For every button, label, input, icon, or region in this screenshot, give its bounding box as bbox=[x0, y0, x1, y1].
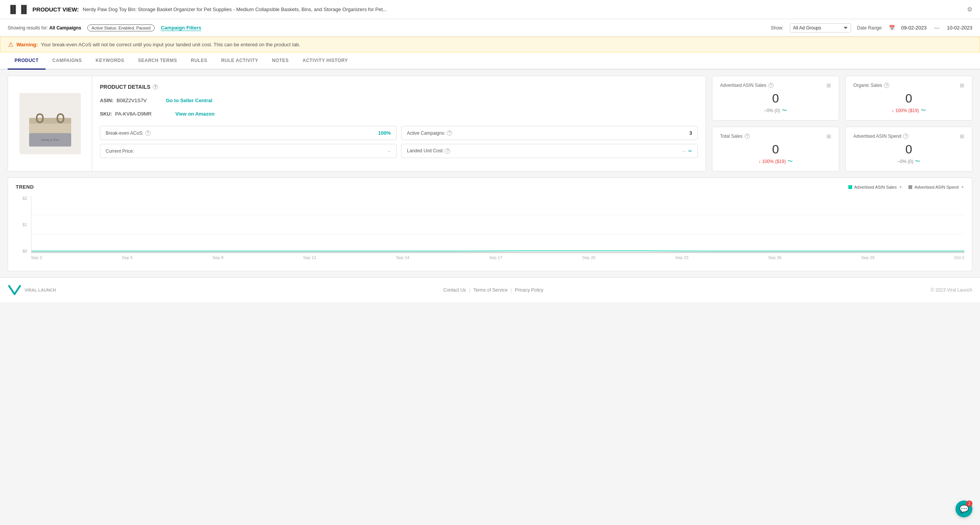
x-label-sep5: Sep 5 bbox=[122, 255, 133, 265]
advertised-spend-trend-icon: 〜 bbox=[915, 158, 920, 165]
footer-brand: VIRAL LAUNCH bbox=[24, 288, 56, 292]
tab-notes[interactable]: NOTES bbox=[265, 52, 296, 70]
organic-sales-trend-icon: 〜 bbox=[921, 107, 926, 114]
advertised-sales-expand-icon[interactable]: ⊞ bbox=[826, 82, 831, 88]
chart-x-labels: Sep 2 Sep 5 Sep 8 Sep 11 Sep 14 Sep 17 S… bbox=[31, 255, 964, 265]
advertised-spend-expand-icon[interactable]: ⊞ bbox=[960, 133, 964, 139]
warning-bar: ⚠ Warning: Your break-even ACoS will not… bbox=[0, 37, 980, 52]
tab-rules[interactable]: RULES bbox=[184, 52, 214, 70]
break-even-info-icon[interactable]: ? bbox=[145, 130, 150, 136]
landed-unit-cost-value: -- bbox=[683, 148, 686, 154]
stat-card-organic-sales: Organic Sales ? ⊞ 0 ↓ 100% ($19) 〜 bbox=[845, 76, 972, 121]
ad-groups-select[interactable]: All Ad Groups bbox=[790, 23, 851, 33]
terms-link[interactable]: Terms of Service bbox=[473, 287, 507, 293]
active-campaigns-value: 3 bbox=[689, 130, 692, 136]
svg-text:Nerdy & Paw: Nerdy & Paw bbox=[41, 138, 59, 142]
warning-label: Warning: bbox=[16, 42, 38, 47]
footer: VIRAL LAUNCH Contact Us | Terms of Servi… bbox=[0, 277, 980, 302]
tab-bar: PRODUCT CAMPAIGNS KEYWORDS SEARCH TERMS … bbox=[0, 52, 980, 70]
total-sales-expand-icon[interactable]: ⊞ bbox=[826, 133, 831, 139]
active-campaigns-field: Active Campaigns: ? 3 bbox=[401, 126, 698, 140]
legend-item-advertised-spend[interactable]: Advertised ASIN Spend ▼ bbox=[908, 185, 964, 189]
total-sales-change: ↓ 100% ($19) 〜 bbox=[720, 158, 831, 165]
product-details-content: PRODUCT DETAILS ? ASIN: B08Z2V1S7V Go to… bbox=[92, 76, 706, 171]
viral-launch-logo bbox=[8, 283, 21, 297]
footer-logo: VIRAL LAUNCH bbox=[8, 283, 56, 297]
svg-rect-1 bbox=[29, 118, 71, 124]
showing-label: Showing results for: All Campaigns bbox=[8, 25, 81, 31]
date-separator: — bbox=[934, 25, 939, 31]
stat-card-total-sales: Total Sales ? ⊞ 0 ↓ 100% ($19) 〜 bbox=[712, 127, 839, 171]
legend-dot-green bbox=[848, 185, 852, 189]
tab-product[interactable]: PRODUCT bbox=[8, 52, 46, 70]
privacy-link[interactable]: Privacy Policy bbox=[515, 287, 544, 293]
total-sales-value: 0 bbox=[720, 142, 831, 157]
asin-field: ASIN: B08Z2V1S7V bbox=[100, 98, 147, 103]
edit-landed-cost-icon[interactable]: ✏ bbox=[688, 148, 692, 154]
trend-header: TREND Advertised ASIN Sales ▼ Advertised… bbox=[16, 184, 964, 190]
landed-unit-cost-label: Landed Unit Cost: ? bbox=[407, 148, 450, 154]
advertised-spend-value: 0 bbox=[853, 142, 964, 157]
total-sales-info-icon[interactable]: ? bbox=[745, 134, 750, 139]
warning-message: Your break-even ACoS will not be correct… bbox=[41, 42, 301, 47]
y-label-1: $1 bbox=[16, 222, 27, 227]
warning-icon: ⚠ bbox=[8, 41, 13, 48]
footer-copyright: © 2023 Viral Launch bbox=[931, 287, 972, 293]
active-campaigns-label: Active Campaigns: ? bbox=[407, 130, 452, 136]
trend-legend: Advertised ASIN Sales ▼ Advertised ASIN … bbox=[848, 185, 964, 189]
header: ▐▌▐▌ PRODUCT VIEW: Nerdy Paw Dog Toy Bin… bbox=[0, 0, 980, 19]
header-title: PRODUCT VIEW: bbox=[33, 6, 79, 13]
active-campaigns-info-icon[interactable]: ? bbox=[447, 130, 452, 136]
tab-keywords[interactable]: KEYWORDS bbox=[89, 52, 131, 70]
legend-dot-gray bbox=[908, 185, 912, 189]
show-label: Show: bbox=[771, 25, 783, 31]
x-label-sep26: Sep 26 bbox=[768, 255, 782, 265]
price-fields: Current Price: -- Landed Unit Cost: ? --… bbox=[100, 144, 698, 158]
stat-card-advertised-asin-spend: Advertised ASIN Spend ? ⊞ 0 –0% (0) 〜 bbox=[845, 127, 972, 171]
date-end: 10-02-2023 bbox=[947, 25, 973, 31]
barcode-icon: ▐▌▐▌ bbox=[8, 5, 29, 14]
landed-unit-cost-field: Landed Unit Cost: ? -- ✏ bbox=[401, 144, 698, 158]
legend-item-advertised-sales[interactable]: Advertised ASIN Sales ▼ bbox=[848, 185, 903, 189]
tab-campaigns[interactable]: CAMPAIGNS bbox=[46, 52, 89, 70]
organic-sales-info-icon[interactable]: ? bbox=[884, 83, 889, 88]
contact-link[interactable]: Contact Us bbox=[443, 287, 466, 293]
status-badge[interactable]: Active Status: Enabled, Paused bbox=[87, 24, 155, 31]
product-details-info-icon[interactable]: ? bbox=[153, 84, 158, 90]
tab-activity-history[interactable]: ACTIVITY HISTORY bbox=[296, 52, 354, 70]
stat-card-advertised-asin-sales: Advertised ASIN Sales ? ⊞ 0 –0% (0) 〜 bbox=[712, 76, 839, 121]
seller-central-anchor[interactable]: Go to Seller Central bbox=[166, 98, 212, 103]
product-section: Nerdy & Paw PRODUCT DETAILS ? ASIN: B08Z… bbox=[8, 76, 706, 171]
footer-links: Contact Us | Terms of Service | Privacy … bbox=[443, 287, 544, 293]
advertised-sales-change: –0% (0) 〜 bbox=[720, 107, 831, 114]
gear-icon[interactable]: ⚙ bbox=[967, 6, 972, 13]
advertised-sales-trend-icon: 〜 bbox=[782, 107, 787, 114]
organic-sales-expand-icon[interactable]: ⊞ bbox=[960, 82, 964, 88]
total-sales-trend-icon: 〜 bbox=[787, 158, 793, 165]
view-on-amazon-anchor[interactable]: View on Amazon bbox=[175, 111, 215, 117]
stat-title-organic-sales: Organic Sales ? bbox=[853, 83, 889, 88]
product-details-title: PRODUCT DETAILS ? bbox=[100, 84, 698, 90]
landed-cost-info-icon[interactable]: ? bbox=[445, 148, 450, 154]
campaign-filters-button[interactable]: Campaign Filters bbox=[161, 25, 201, 31]
advertised-sales-info-icon[interactable]: ? bbox=[768, 83, 774, 88]
tab-rule-activity[interactable]: RULE ACTIVITY bbox=[214, 52, 265, 70]
main-content: Nerdy & Paw PRODUCT DETAILS ? ASIN: B08Z… bbox=[0, 70, 980, 277]
x-label-sep20: Sep 20 bbox=[582, 255, 596, 265]
x-label-sep2: Sep 2 bbox=[31, 255, 42, 265]
trend-title: TREND bbox=[16, 184, 34, 190]
legend-chevron-spend: ▼ bbox=[961, 185, 964, 189]
y-label-0: $0 bbox=[16, 249, 27, 253]
chart-svg bbox=[31, 196, 964, 253]
date-start: 09-02-2023 bbox=[901, 25, 927, 31]
tab-search-terms[interactable]: SEARCH TERMS bbox=[131, 52, 184, 70]
trend-section: TREND Advertised ASIN Sales ▼ Advertised… bbox=[8, 178, 972, 271]
product-image-area: Nerdy & Paw bbox=[8, 76, 92, 171]
organic-sales-value: 0 bbox=[853, 91, 964, 106]
date-range-label: Date Range: bbox=[857, 25, 883, 31]
chart-area: $2 $1 $0 Sep 2 Sep 5 Se bbox=[16, 196, 964, 265]
advertised-sales-value: 0 bbox=[720, 91, 831, 106]
advertised-spend-info-icon[interactable]: ? bbox=[903, 134, 908, 139]
x-label-sep8: Sep 8 bbox=[212, 255, 224, 265]
x-label-sep29: Sep 29 bbox=[861, 255, 875, 265]
